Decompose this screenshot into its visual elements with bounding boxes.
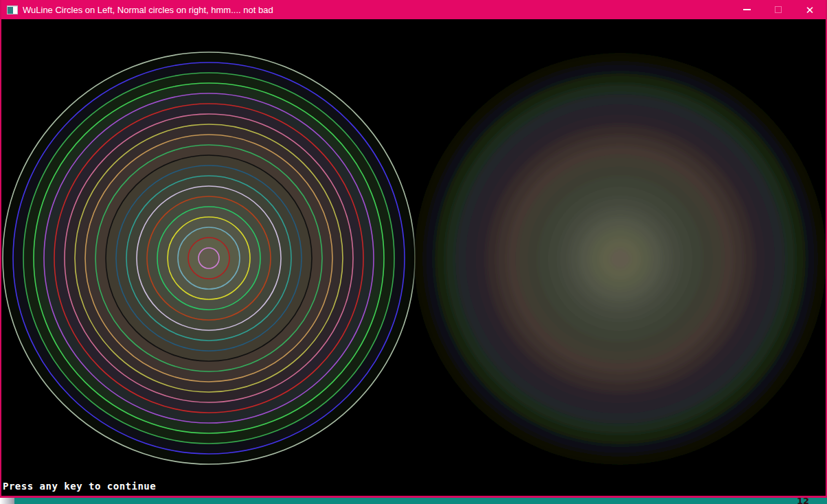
minimize-button[interactable] [731, 0, 762, 19]
desktop-taskbar-strip[interactable]: 12 [0, 498, 827, 504]
normal-circles-bands [414, 53, 826, 465]
close-icon: ✕ [806, 5, 815, 15]
window-content: Press any key to continue [1, 19, 826, 496]
maximize-icon [775, 6, 782, 13]
app-icon [7, 5, 18, 14]
maximize-button[interactable] [762, 0, 794, 19]
console-message: Press any key to continue [3, 481, 156, 492]
window-title: WuLine Circles on Left, Normal circles o… [23, 5, 731, 15]
screen: WuLine Circles on Left, Normal circles o… [0, 0, 827, 504]
app-window: WuLine Circles on Left, Normal circles o… [0, 0, 827, 498]
close-button[interactable]: ✕ [794, 0, 826, 19]
background-window-sliver [0, 498, 14, 504]
taskbar-corner-label: 12 [797, 498, 809, 504]
minimize-icon [743, 9, 751, 10]
window-titlebar[interactable]: WuLine Circles on Left, Normal circles o… [1, 0, 826, 19]
circles-canvas [1, 19, 826, 496]
